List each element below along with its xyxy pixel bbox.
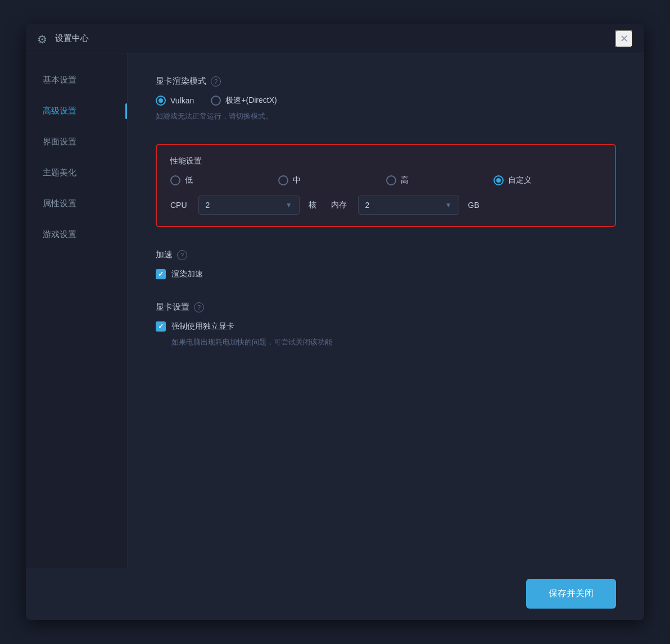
titlebar: ⚙ 设置中心 ✕ [26,24,644,53]
gpu-render-section: 显卡渲染模式 ? Vulkan 极速+(DirectX) 如游戏无法正常运行，请… [156,76,616,121]
footer: 保存并关闭 [26,568,644,620]
gpu-settings-hint: 如果电脑出现耗电加快的问题，可尝试关闭该功能 [171,337,616,347]
sidebar-item-ui[interactable]: 界面设置 [26,126,127,157]
directx-radio-circle [211,96,221,106]
main-content: 显卡渲染模式 ? Vulkan 极速+(DirectX) 如游戏无法正常运行，请… [128,53,644,568]
save-close-button[interactable]: 保存并关闭 [526,579,616,609]
performance-box: 性能设置 低 中 高 [156,144,616,227]
radio-directx[interactable]: 极速+(DirectX) [211,96,277,106]
cpu-dropdown-arrow: ▼ [286,201,292,209]
vulkan-radio-circle [156,96,166,106]
gpu-render-hint: 如游戏无法正常运行，请切换模式。 [156,111,616,121]
medium-radio-circle [278,175,288,185]
titlebar-left: ⚙ 设置中心 [37,33,89,45]
sidebar-item-advanced[interactable]: 高级设置 [26,96,127,126]
gpu-render-title: 显卡渲染模式 ? [156,76,616,87]
gpu-render-options: Vulkan 极速+(DirectX) [156,96,616,106]
cpu-mem-row: CPU 2 ▼ 核 内存 2 ▼ GB [170,196,601,215]
gear-icon: ⚙ [37,33,49,45]
render-accel-check-icon: ✓ [158,270,164,278]
performance-title: 性能设置 [170,156,601,166]
settings-window: ⚙ 设置中心 ✕ 基本设置 高级设置 界面设置 主题美化 属性设置 游戏设置 显… [26,24,644,620]
render-accel-checkbox[interactable]: ✓ 渲染加速 [156,269,616,279]
acceleration-title: 加速 ? [156,250,616,260]
mem-label: 内存 [331,200,347,210]
content-area: 基本设置 高级设置 界面设置 主题美化 属性设置 游戏设置 显卡渲染模式 ? [26,53,644,568]
gpu-render-help-icon[interactable]: ? [211,76,221,87]
mem-unit: GB [468,201,479,210]
high-radio-circle [386,175,396,185]
close-icon: ✕ [620,33,628,45]
force-gpu-check-icon: ✓ [158,323,164,330]
radio-vulkan[interactable]: Vulkan [156,96,194,106]
perf-radio-low[interactable]: 低 [170,175,278,185]
cpu-value: 2 [206,201,210,210]
mem-value: 2 [365,201,370,210]
mem-dropdown[interactable]: 2 ▼ [358,196,459,215]
custom-radio-circle [494,175,504,185]
render-accel-checkbox-box: ✓ [156,269,166,279]
sidebar-item-basic[interactable]: 基本设置 [26,65,127,96]
perf-radio-custom[interactable]: 自定义 [494,175,601,185]
perf-radio-high[interactable]: 高 [386,175,494,185]
acceleration-section: 加速 ? ✓ 渲染加速 [156,250,616,279]
gpu-settings-section: 显卡设置 ? ✓ 强制使用独立显卡 如果电脑出现耗电加快的问题，可尝试关闭该功能 [156,302,616,347]
sidebar: 基本设置 高级设置 界面设置 主题美化 属性设置 游戏设置 [26,53,127,568]
performance-section: 性能设置 低 中 高 [156,144,616,227]
cpu-dropdown[interactable]: 2 ▼ [198,196,300,215]
close-button[interactable]: ✕ [615,30,633,48]
gpu-settings-title: 显卡设置 ? [156,302,616,312]
perf-radio-medium[interactable]: 中 [278,175,386,185]
acceleration-help-icon[interactable]: ? [177,250,187,260]
low-radio-circle [170,175,180,185]
gpu-settings-help-icon[interactable]: ? [194,302,204,312]
sidebar-item-theme[interactable]: 主题美化 [26,157,127,188]
force-gpu-checkbox[interactable]: ✓ 强制使用独立显卡 [156,321,616,332]
sidebar-item-game[interactable]: 游戏设置 [26,219,127,250]
force-gpu-checkbox-box: ✓ [156,321,166,332]
sidebar-item-properties[interactable]: 属性设置 [26,188,127,219]
window-title: 设置中心 [55,33,89,44]
mem-dropdown-arrow: ▼ [445,201,452,209]
core-label: 核 [309,200,316,210]
performance-presets: 低 中 高 自定义 [170,175,601,185]
cpu-label: CPU [170,201,187,210]
